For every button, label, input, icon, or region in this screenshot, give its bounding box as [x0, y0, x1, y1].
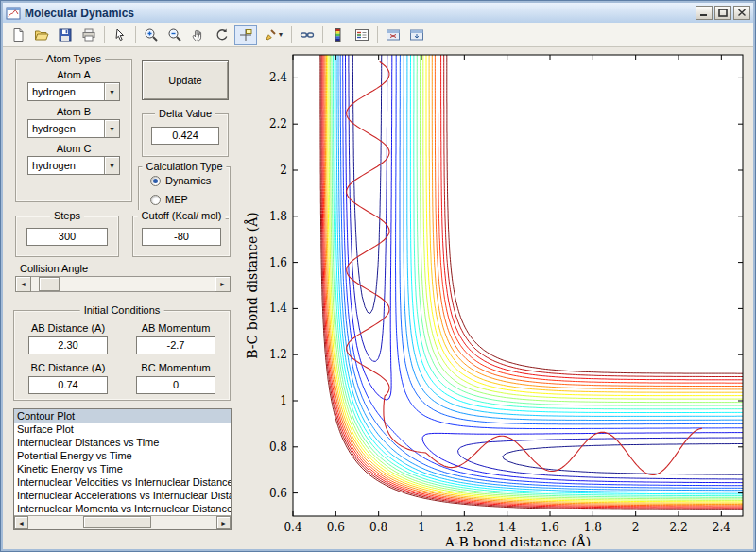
atom-c-value: hydrogen [28, 157, 104, 174]
y-tick-label: 2.2 [269, 117, 287, 130]
radio-button-icon [150, 176, 161, 186]
listbox-scroll-left-icon[interactable]: ◄ [14, 516, 28, 529]
radio-mep[interactable]: MEP [150, 194, 230, 205]
x-tick-label: 2 [632, 521, 640, 534]
slider-right-arrow-icon[interactable]: ► [215, 276, 231, 292]
maximize-icon [718, 9, 728, 17]
pan-icon [191, 27, 206, 43]
ab-distance-label: AB Distance (A) [14, 322, 122, 334]
atom-b-dropdown[interactable]: hydrogen ▼ [27, 119, 120, 138]
window-title: Molecular Dynamics [25, 7, 692, 20]
atom-b-value: hydrogen [28, 120, 104, 137]
brush-dropdown-icon[interactable]: ▾ [279, 30, 283, 39]
list-item[interactable]: Internuclear Accelerations vs Internucle… [14, 489, 231, 502]
list-item[interactable]: Surface Plot [14, 423, 231, 436]
insert-colorbar-button[interactable] [327, 25, 350, 45]
print-figure-icon [81, 27, 96, 43]
x-tick-label: 1.4 [498, 521, 516, 534]
delta-value-title: Delta Value [155, 108, 215, 119]
hide-plot-tools-button[interactable] [382, 25, 404, 45]
y-tick-label: 1.6 [269, 256, 287, 269]
print-figure-button[interactable] [77, 25, 100, 45]
data-cursor-button[interactable] [234, 25, 257, 45]
open-file-button[interactable] [30, 25, 53, 45]
zoom-in-icon [144, 27, 159, 43]
radio-dynamics[interactable]: Dynamics [150, 175, 230, 186]
title-bar[interactable]: Molecular Dynamics [3, 3, 753, 23]
atom-types-panel: Atom Types Atom A hydrogen ▼ Atom B hydr… [15, 59, 132, 202]
new-figure-button[interactable] [7, 25, 29, 45]
delta-value-input[interactable]: 0.424 [151, 127, 219, 145]
contour-plot[interactable]: 0.40.60.811.21.41.61.822.22.40.60.811.21… [244, 47, 754, 546]
dock-figure-button[interactable] [405, 25, 428, 45]
x-tick-label: 2.4 [713, 521, 730, 534]
toolbar-separator [377, 26, 378, 43]
atom-c-label: Atom C [16, 143, 131, 154]
listbox-scroll-thumb[interactable] [83, 516, 151, 528]
collision-angle-slider[interactable]: ◄ ► [15, 276, 231, 292]
steps-input[interactable]: 300 [26, 228, 108, 246]
atom-types-title: Atom Types [43, 53, 105, 64]
insert-legend-button[interactable] [351, 25, 373, 45]
insert-legend-icon [354, 27, 369, 43]
x-tick-label: 1.6 [541, 521, 558, 534]
x-tick-label: 0.6 [327, 521, 345, 534]
brush-button[interactable]: ▾ [258, 25, 287, 45]
bc-momentum-label: BC Momentum [122, 362, 230, 373]
listbox-scroll-track[interactable] [28, 516, 216, 529]
link-plot-button[interactable] [296, 25, 318, 45]
x-tick-label: 1.2 [455, 521, 473, 534]
slider-left-arrow-icon[interactable]: ◄ [15, 276, 31, 292]
chevron-down-icon[interactable]: ▼ [104, 120, 119, 137]
close-button[interactable] [733, 6, 750, 20]
x-tick-label: 1 [418, 521, 425, 534]
ab-momentum-input[interactable]: -2.7 [136, 336, 215, 354]
list-item[interactable]: Internuclear Distances vs Time [14, 436, 231, 449]
toolbar-separator [135, 26, 136, 43]
list-item[interactable]: Internuclear Velocities vs Internuclear … [14, 475, 231, 489]
slider-track[interactable] [31, 276, 215, 292]
atom-a-dropdown[interactable]: hydrogen ▼ [27, 82, 120, 101]
slider-thumb[interactable] [39, 277, 60, 291]
pan-button[interactable] [187, 25, 210, 45]
listbox-horizontal-scrollbar[interactable]: ◄ ► [14, 515, 231, 529]
insert-colorbar-icon [331, 27, 346, 43]
bc-momentum-input[interactable]: 0 [136, 376, 215, 394]
toolbar-separator [104, 26, 105, 43]
zoom-out-button[interactable] [163, 25, 186, 45]
x-tick-label: 2.2 [669, 521, 687, 534]
save-figure-icon [58, 27, 73, 43]
y-tick-label: 1.8 [269, 210, 287, 223]
x-tick-label: 0.4 [284, 521, 301, 534]
save-figure-button[interactable] [54, 25, 77, 45]
maximize-button[interactable] [714, 6, 731, 20]
rotate-3d-button[interactable] [211, 25, 233, 45]
initial-conditions-title: Initial Conditions [80, 304, 164, 316]
atom-b-label: Atom B [16, 106, 131, 117]
zoom-out-icon [167, 27, 182, 43]
update-button[interactable]: Update [142, 60, 229, 100]
chevron-down-icon[interactable]: ▼ [104, 157, 119, 174]
y-tick-label: 1 [280, 394, 287, 407]
chevron-down-icon[interactable]: ▼ [104, 83, 119, 100]
edit-plot-button[interactable] [109, 25, 131, 45]
list-item[interactable]: Potential Energy vs Time [14, 449, 231, 462]
list-item[interactable]: Internuclear Momenta vs Internuclear Dis… [14, 502, 231, 515]
list-item[interactable]: Contour Plot [14, 409, 231, 423]
listbox-scroll-right-icon[interactable]: ► [216, 516, 231, 529]
bc-distance-input[interactable]: 0.74 [28, 376, 108, 394]
cutoff-input[interactable]: -80 [142, 228, 221, 246]
radio-dynamics-label: Dynamics [165, 175, 211, 186]
bc-distance-label: BC Distance (A) [14, 362, 122, 373]
zoom-in-button[interactable] [140, 25, 163, 45]
list-item[interactable]: Kinetic Energy vs Time [14, 462, 231, 475]
atom-c-dropdown[interactable]: hydrogen ▼ [27, 156, 120, 175]
ab-distance-input[interactable]: 2.30 [28, 336, 108, 354]
y-tick-label: 1.2 [269, 348, 287, 361]
minimize-button[interactable] [696, 6, 713, 20]
collision-angle-label: Collision Angle [20, 263, 88, 274]
y-tick-label: 1.4 [269, 302, 287, 315]
atom-a-label: Atom A [16, 69, 131, 80]
plot-type-listbox[interactable]: Contour PlotSurface PlotInternuclear Dis… [13, 408, 232, 530]
toolbar-separator [322, 26, 323, 43]
